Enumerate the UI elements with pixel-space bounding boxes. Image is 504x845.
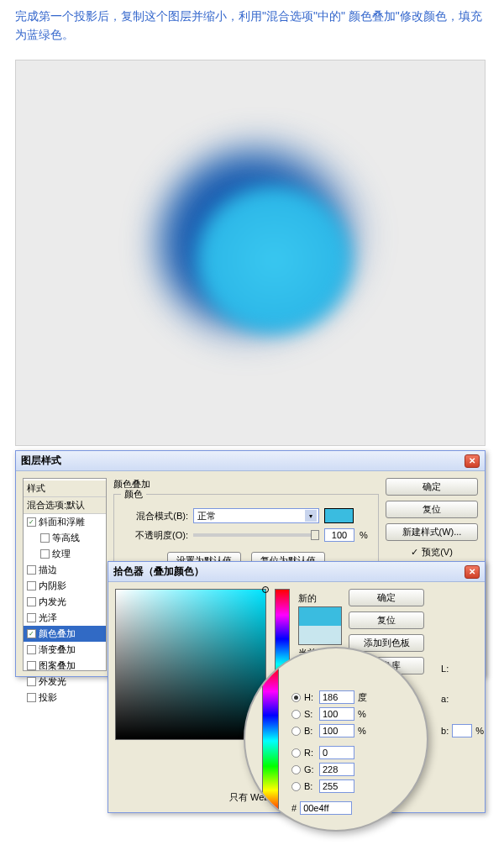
- intro-text: 完成第一个投影后，复制这个图层并缩小，利用"混合选项"中的" 颜色叠加"修改颜色…: [0, 0, 504, 51]
- layer-style-dialog: 图层样式 ✕ 样式 混合选项:默认 ✓斜面和浮雕等高线纹理描边内阴影内发光光泽✓…: [15, 450, 486, 454]
- layer-style-titlebar[interactable]: 图层样式 ✕: [16, 451, 485, 454]
- layer-style-title: 图层样式: [21, 454, 61, 454]
- blob-fill: [188, 178, 360, 342]
- canvas-preview: [15, 60, 486, 446]
